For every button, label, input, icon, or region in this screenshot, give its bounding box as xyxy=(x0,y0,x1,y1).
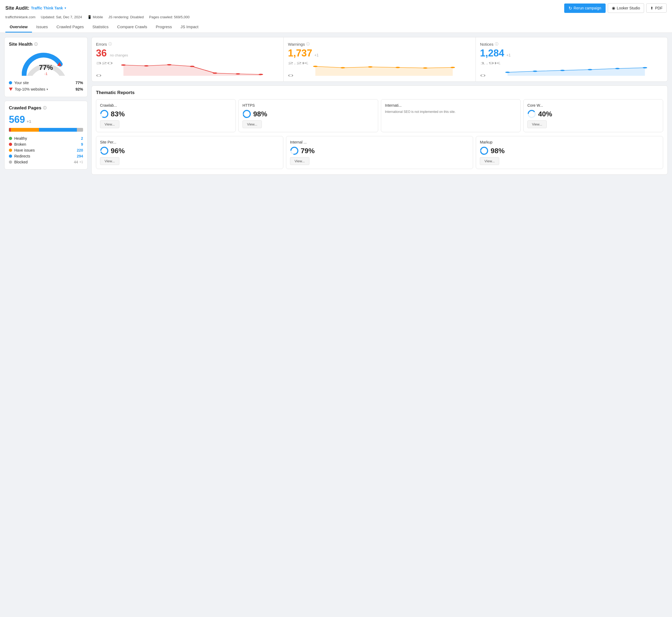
errors-label: Errors ⓘ xyxy=(96,42,279,46)
app-header: Site Audit: Traffic Think Tank ▾ ↻ Rerun… xyxy=(0,0,672,33)
site-name-chevron-icon[interactable]: ▾ xyxy=(64,6,66,10)
https-ring-icon xyxy=(242,110,251,118)
crawled-pages-info-icon[interactable]: ⓘ xyxy=(43,106,46,111)
gauge-label: 77% -1 xyxy=(39,63,53,76)
svg-point-22 xyxy=(560,70,565,71)
svg-point-6 xyxy=(190,66,194,67)
tab-crawled-pages[interactable]: Crawled Pages xyxy=(52,22,88,32)
report-markup: Markup 98% View... xyxy=(476,136,663,169)
page-title: Site Audit: xyxy=(5,5,29,11)
pdf-button[interactable]: ⬆ PDF xyxy=(646,3,667,13)
gauge-wrap: 77% -1 xyxy=(22,50,70,76)
warnings-info-icon[interactable]: ⓘ xyxy=(306,42,310,46)
report-international: Internati... International SEO is not im… xyxy=(381,99,521,132)
notices-value: 1,284 xyxy=(480,47,504,59)
title-group: Site Audit: Traffic Think Tank ▾ xyxy=(5,5,66,11)
site-health-title: Site Health ⓘ xyxy=(9,42,83,47)
svg-point-17 xyxy=(451,67,455,68)
tab-statistics[interactable]: Statistics xyxy=(88,22,113,32)
thematic-reports-card: Thematic Reports Crawlab... 83% View... xyxy=(92,85,668,175)
looker-icon: ◉ xyxy=(612,6,615,10)
svg-point-7 xyxy=(213,72,217,74)
tab-compare-crawls[interactable]: Compare Crawls xyxy=(113,22,152,32)
redirects-dot xyxy=(9,155,12,158)
svg-point-4 xyxy=(144,65,149,67)
svg-point-23 xyxy=(587,69,592,70)
notices-chart-svg: 1.9K 0 xyxy=(480,61,663,77)
metric-notices: Notices ⓘ 1,284 +1 1.9K 0 xyxy=(476,37,667,81)
pages-legend-have-issues: Have issues 220 xyxy=(9,147,83,153)
notices-chart: 1.9K 0 xyxy=(480,61,663,77)
pages-legend-broken: Broken 9 xyxy=(9,141,83,147)
device-type: 📱 Mobile xyxy=(88,15,103,19)
tab-progress[interactable]: Progress xyxy=(152,22,176,32)
notices-info-icon[interactable]: ⓘ xyxy=(495,42,498,46)
svg-point-20 xyxy=(505,72,510,73)
pages-legend-healthy: Healthy 2 xyxy=(9,136,83,141)
metric-warnings: Warnings ⓘ 1,737 +1 2.2K 0 xyxy=(284,37,476,81)
crawled-pages-title: Crawled Pages ⓘ xyxy=(9,106,83,111)
looker-studio-button[interactable]: ◉ Looker Studio xyxy=(608,3,644,13)
metric-errors: Errors ⓘ 36 no changes 320 0 xyxy=(92,37,284,81)
markup-ring-icon xyxy=(480,147,488,155)
svg-point-15 xyxy=(396,67,400,68)
report-internal-linking: Internal ... 79% View... xyxy=(286,136,473,169)
errors-sub: no changes xyxy=(110,53,128,57)
blocked-dot xyxy=(9,161,12,164)
svg-text:1.9K: 1.9K xyxy=(480,61,501,65)
thematic-reports-title: Thematic Reports xyxy=(92,86,667,95)
site-perf-view-button[interactable]: View... xyxy=(100,157,119,165)
warnings-delta: +1 xyxy=(314,53,319,57)
svg-text:0: 0 xyxy=(288,74,294,77)
errors-chart: 320 0 xyxy=(96,61,279,77)
gauge-container: 77% -1 xyxy=(9,50,83,76)
internal-link-view-button[interactable]: View... xyxy=(290,157,309,165)
legend-your-site: Your site 77% xyxy=(9,79,83,86)
markup-score: 98% xyxy=(480,147,505,155)
markup-view-button[interactable]: View... xyxy=(480,157,499,165)
svg-point-25 xyxy=(642,67,647,68)
site-health-card: Site Health ⓘ 77% xyxy=(4,37,88,97)
thematic-grid-row1: Crawlab... 83% View... HTTPS xyxy=(92,95,667,136)
errors-info-icon[interactable]: ⓘ xyxy=(108,42,112,46)
core-web-view-button[interactable]: View... xyxy=(527,121,547,128)
svg-text:320: 320 xyxy=(96,61,113,65)
core-web-score: 40% xyxy=(527,110,552,118)
svg-point-9 xyxy=(259,74,263,75)
svg-point-29 xyxy=(243,111,250,118)
your-site-dot xyxy=(9,81,12,84)
broken-dot xyxy=(9,143,12,146)
crawled-count: 569 +1 xyxy=(9,114,83,125)
report-core-web: Core W... 40% View... xyxy=(523,99,663,132)
site-name-link[interactable]: Traffic Think Tank xyxy=(31,6,63,10)
report-site-performance: Site Per... 96% View... xyxy=(96,136,283,169)
warnings-value: 1,737 xyxy=(288,47,312,59)
svg-point-3 xyxy=(121,64,126,66)
right-panel: Errors ⓘ 36 no changes 320 0 xyxy=(92,37,668,175)
svg-point-16 xyxy=(423,67,428,69)
https-view-button[interactable]: View... xyxy=(242,121,262,128)
pages-legend-redirects: Redirects 294 xyxy=(9,153,83,159)
tab-issues[interactable]: Issues xyxy=(32,22,52,32)
warnings-chart-svg: 2.2K 0 xyxy=(288,61,471,77)
report-https: HTTPS 98% View... xyxy=(238,99,378,132)
tab-js-impact[interactable]: JS Impact xyxy=(176,22,203,32)
errors-value: 36 xyxy=(96,47,107,59)
svg-point-12 xyxy=(313,66,318,67)
svg-text:0: 0 xyxy=(96,74,102,77)
svg-point-24 xyxy=(615,68,620,69)
internal-link-score: 79% xyxy=(290,147,315,155)
internal-link-ring-icon xyxy=(290,147,299,155)
legend-top-10[interactable]: Top-10% websites ▾ 92% xyxy=(9,86,83,92)
bar-blocked xyxy=(77,128,83,132)
pages-legend-blocked: Blocked 44 +1 xyxy=(9,159,83,165)
rerun-campaign-button[interactable]: ↻ Rerun campaign xyxy=(564,3,606,13)
header-actions: ↻ Rerun campaign ◉ Looker Studio ⬆ PDF xyxy=(564,3,667,13)
healthy-dot xyxy=(9,137,12,140)
crawlability-view-button[interactable]: View... xyxy=(100,121,119,128)
warnings-chart: 2.2K 0 xyxy=(288,61,471,77)
site-health-info-icon[interactable]: ⓘ xyxy=(34,42,38,47)
tab-overview[interactable]: Overview xyxy=(5,22,32,32)
svg-point-5 xyxy=(167,64,171,65)
svg-point-13 xyxy=(341,67,345,68)
